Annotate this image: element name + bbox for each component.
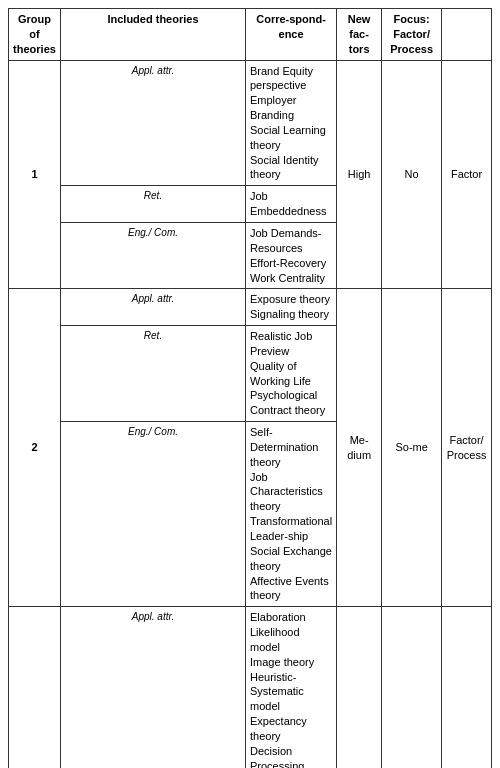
subgroup-label: Ret. (61, 326, 246, 422)
group-number: 2 (9, 289, 61, 607)
focus-value: Factor/ Process (442, 289, 492, 607)
subgroup-label: Eng./ Com. (61, 422, 246, 607)
theory-item: Transformational Leader-ship (250, 514, 332, 544)
header-group: Group of theories (9, 9, 61, 61)
theory-item: Realistic Job Preview (250, 329, 332, 359)
correspondence-value: Low /less clear (337, 607, 382, 768)
header-new-factors: New fac-tors (337, 9, 382, 61)
table-row: 3Appl. attr.Elaboration Likelihood model… (9, 607, 492, 768)
group-number: 3 (9, 607, 61, 768)
theory-item: Work Centrality (250, 271, 332, 286)
theory-item: Affective Events theory (250, 574, 332, 604)
focus-value: Factor (442, 60, 492, 289)
correspondence-value: High (337, 60, 382, 289)
new-factors-value: So-me (382, 289, 442, 607)
theories-cell: Brand Equity perspectiveEmployer Brandin… (246, 60, 337, 186)
main-table: Group of theories Included theories Corr… (8, 8, 492, 768)
new-factors-value: No (382, 607, 442, 768)
subgroup-label: Appl. attr. (61, 60, 246, 186)
theories-cell: Self-Determination theoryJob Characteris… (246, 422, 337, 607)
theory-item: Social Identity theory (250, 153, 332, 183)
theory-item: Effort-Recovery (250, 256, 332, 271)
theory-item: Brand Equity perspective (250, 64, 332, 94)
subgroup-label: Appl. attr. (61, 289, 246, 326)
theories-cell: Elaboration Likelihood modelImage theory… (246, 607, 337, 768)
theory-item: Social Learning theory (250, 123, 332, 153)
theory-item: Social Exchange theory (250, 544, 332, 574)
correspondence-value: Me-dium (337, 289, 382, 607)
theory-item: Expectancy theory (250, 714, 332, 744)
subgroup-label: Eng./ Com. (61, 222, 246, 288)
theory-item: Psychological Contract theory (250, 388, 332, 418)
group-number: 1 (9, 60, 61, 289)
theory-item: Heuristic-Systematic model (250, 670, 332, 715)
header-included: Included theories (61, 9, 246, 61)
theory-item: Employer Branding (250, 93, 332, 123)
header-focus: Focus: Factor/ Process (382, 9, 442, 61)
table-row: 1Appl. attr.Brand Equity perspectiveEmpl… (9, 60, 492, 186)
theory-item: Elaboration Likelihood model (250, 610, 332, 655)
theory-item: Quality of Working Life (250, 359, 332, 389)
theory-item: Self-Determination theory (250, 425, 332, 470)
theory-item: Job Embeddedness (250, 189, 332, 219)
theories-cell: Exposure theorySignaling theory (246, 289, 337, 326)
theory-item: Signaling theory (250, 307, 332, 322)
header-correspondence: Corre-spond-ence (246, 9, 337, 61)
theories-cell: Job Demands-ResourcesEffort-RecoveryWork… (246, 222, 337, 288)
theory-item: Decision Processing model (250, 744, 332, 768)
theory-item: Exposure theory (250, 292, 332, 307)
subgroup-label: Appl. attr. (61, 607, 246, 768)
theory-item: Job Demands-Resources (250, 226, 332, 256)
theory-item: Image theory (250, 655, 332, 670)
theory-item: Job Characteristics theory (250, 470, 332, 515)
subgroup-label: Ret. (61, 186, 246, 223)
new-factors-value: No (382, 60, 442, 289)
focus-value: Process (442, 607, 492, 768)
table-row: 2Appl. attr.Exposure theorySignaling the… (9, 289, 492, 326)
theories-cell: Realistic Job PreviewQuality of Working … (246, 326, 337, 422)
theories-cell: Job Embeddedness (246, 186, 337, 223)
